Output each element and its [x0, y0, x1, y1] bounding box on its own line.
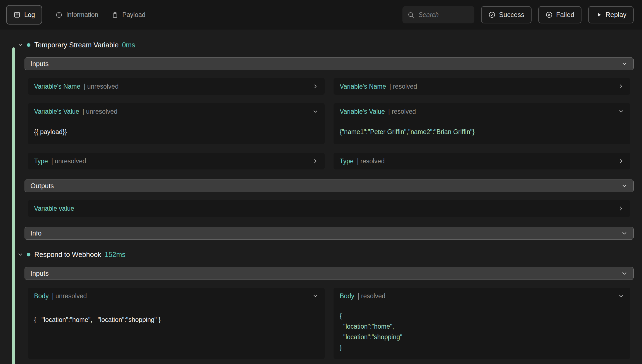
chevron-right-icon — [312, 158, 318, 164]
replay-icon — [595, 11, 602, 18]
search-icon — [407, 11, 414, 18]
tab-log[interactable]: Log — [6, 5, 42, 25]
inputs-group-label: Inputs — [30, 60, 49, 68]
outputs-group-label: Outputs — [30, 182, 54, 190]
failed-filter-button[interactable]: Failed — [538, 6, 581, 23]
field-label: Type — [340, 157, 354, 165]
field-status: | unresolved — [84, 83, 119, 90]
chevron-right-icon — [618, 83, 624, 89]
chevron-down-icon — [621, 60, 628, 67]
field-label: Body — [34, 292, 49, 300]
info-group-bar[interactable]: Info — [25, 227, 634, 240]
toolbar-right: Success Failed Replay — [402, 6, 634, 23]
chevron-down-icon — [312, 293, 318, 299]
node-header[interactable]: Respond to Webhook 152ms — [17, 250, 634, 259]
outputs-grid: Variable value — [28, 200, 630, 217]
field-value: { "location":"home", "location":"shoppin… — [34, 304, 318, 332]
field-panel-variables-value-resolved[interactable]: Variable's Value | resolved {"name1":"Pe… — [334, 103, 630, 144]
search-box — [402, 6, 474, 23]
node-header[interactable]: Temporary Stream Variable 0ms — [17, 41, 634, 49]
toolbar: Log Information Payload — [0, 0, 642, 30]
replay-button-label: Replay — [605, 11, 626, 19]
inputs-group-label: Inputs — [30, 270, 49, 277]
field-status: | unresolved — [83, 108, 117, 115]
field-value: {"name1":"Peter Griffin","name2":"Brian … — [340, 120, 624, 144]
outputs-group-bar[interactable]: Outputs — [25, 179, 634, 192]
field-panel-variables-name-unresolved[interactable]: Variable's Name | unresolved — [28, 78, 325, 95]
inputs-grid: Variable's Name | unresolved Variable's … — [28, 78, 630, 169]
field-label: Variable value — [34, 205, 74, 212]
failed-icon — [546, 11, 553, 18]
field-label: Variable's Value — [34, 108, 79, 115]
field-label: Variable's Name — [340, 83, 386, 90]
node-duration: 152ms — [105, 251, 125, 259]
field-panel-variable-value-output[interactable]: Variable value — [28, 200, 630, 217]
field-panel-variables-value-unresolved[interactable]: Variable's Value | unresolved {{ payload… — [28, 103, 325, 144]
field-status: | resolved — [358, 292, 385, 300]
node-status-dot — [27, 253, 30, 256]
node-section-temporary-stream-variable: Temporary Stream Variable 0ms Inputs Var… — [25, 41, 634, 240]
info-group-label: Info — [30, 229, 42, 237]
chevron-right-icon — [618, 205, 624, 212]
chevron-down-icon — [618, 293, 624, 299]
field-status: | resolved — [357, 157, 385, 165]
chevron-down-icon — [618, 108, 624, 115]
tab-information-label: Information — [66, 11, 98, 19]
node-status-dot — [27, 43, 30, 47]
chevron-down-icon — [621, 183, 628, 189]
inputs-grid: Body | unresolved { "location":"home", "… — [28, 288, 630, 359]
field-label: Type — [34, 157, 48, 165]
payload-icon — [112, 11, 119, 18]
field-value: { "location":"home", "location":"shoppin… — [340, 304, 624, 359]
success-icon — [488, 11, 496, 18]
tab-payload-label: Payload — [122, 11, 145, 19]
field-status: | unresolved — [51, 157, 86, 165]
field-panel-type-resolved[interactable]: Type | resolved — [334, 153, 630, 169]
search-input[interactable] — [418, 11, 469, 19]
field-panel-type-unresolved[interactable]: Type | unresolved — [28, 153, 325, 169]
log-icon — [13, 11, 21, 18]
node-title-label: Temporary Stream Variable — [34, 41, 119, 49]
field-panel-body-resolved[interactable]: Body | resolved { "location":"home", "lo… — [334, 288, 630, 359]
field-panel-body-unresolved[interactable]: Body | unresolved { "location":"home", "… — [28, 288, 325, 359]
node-section-respond-to-webhook: Respond to Webhook 152ms Inputs Body | u… — [25, 250, 634, 359]
field-label: Body — [340, 292, 354, 300]
failed-filter-label: Failed — [556, 11, 574, 19]
chevron-down-icon — [312, 108, 318, 115]
chevron-down-icon — [17, 42, 24, 48]
inputs-group-bar[interactable]: Inputs — [25, 267, 634, 280]
node-duration: 0ms — [122, 41, 135, 49]
tab-information[interactable]: Information — [55, 11, 98, 19]
field-label: Variable's Value — [340, 108, 385, 115]
chevron-down-icon — [17, 251, 24, 258]
field-status: | resolved — [388, 108, 416, 115]
info-icon — [55, 11, 62, 18]
chevron-right-icon — [618, 158, 624, 164]
field-status: | unresolved — [52, 292, 87, 300]
log-viewer: Log Information Payload — [0, 0, 642, 364]
success-filter-label: Success — [499, 11, 524, 19]
field-value: {{ payload}} — [34, 120, 318, 144]
execution-accent-bar — [12, 47, 15, 364]
tab-log-label: Log — [24, 11, 35, 19]
chevron-down-icon — [621, 270, 628, 277]
field-label: Variable's Name — [34, 83, 80, 90]
field-status: | resolved — [389, 83, 417, 90]
chevron-down-icon — [621, 230, 628, 237]
success-filter-button[interactable]: Success — [481, 6, 532, 23]
tab-payload[interactable]: Payload — [112, 11, 145, 19]
node-title-label: Respond to Webhook — [34, 251, 101, 259]
chevron-right-icon — [312, 83, 318, 89]
replay-button[interactable]: Replay — [588, 6, 634, 23]
log-content: Temporary Stream Variable 0ms Inputs Var… — [0, 30, 642, 364]
inputs-group-bar[interactable]: Inputs — [25, 57, 634, 70]
field-panel-variables-name-resolved[interactable]: Variable's Name | resolved — [334, 78, 630, 95]
